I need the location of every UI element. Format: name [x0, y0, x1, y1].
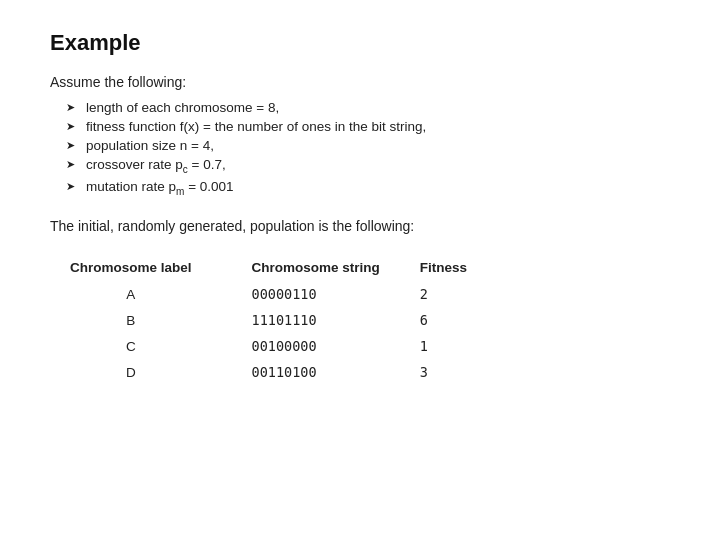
population-table: Chromosome label Chromosome string Fitne…	[70, 254, 507, 385]
col-header-string: Chromosome string	[252, 254, 420, 281]
table-body: A000001102B111011106C001000001D001101003	[70, 281, 507, 385]
table-header-row: Chromosome label Chromosome string Fitne…	[70, 254, 507, 281]
cell-string: 00110100	[252, 359, 420, 385]
cell-label: A	[70, 281, 252, 307]
page-title: Example	[50, 30, 670, 56]
cell-fitness: 2	[420, 281, 507, 307]
cell-label: D	[70, 359, 252, 385]
bullet-item-4: crossover rate pc = 0.7,	[70, 157, 670, 175]
table-container: Chromosome label Chromosome string Fitne…	[50, 254, 670, 385]
cell-label: B	[70, 307, 252, 333]
col-header-fitness: Fitness	[420, 254, 507, 281]
cell-string: 00100000	[252, 333, 420, 359]
cell-string: 11101110	[252, 307, 420, 333]
cell-fitness: 1	[420, 333, 507, 359]
bullet-item-5: mutation rate pm = 0.001	[70, 179, 670, 197]
table-row: C001000001	[70, 333, 507, 359]
cell-fitness: 6	[420, 307, 507, 333]
col-header-label: Chromosome label	[70, 254, 252, 281]
bullet-item-3: population size n = 4,	[70, 138, 670, 153]
bullet-item-1: length of each chromosome = 8,	[70, 100, 670, 115]
bullet-list: length of each chromosome = 8, fitness f…	[50, 100, 670, 196]
bullet-item-2: fitness function f(x) = the number of on…	[70, 119, 670, 134]
table-row: A000001102	[70, 281, 507, 307]
cell-fitness: 3	[420, 359, 507, 385]
assume-label: Assume the following:	[50, 74, 670, 90]
table-row: D001101003	[70, 359, 507, 385]
table-row: B111011106	[70, 307, 507, 333]
cell-label: C	[70, 333, 252, 359]
cell-string: 00000110	[252, 281, 420, 307]
intro-text: The initial, randomly generated, populat…	[50, 218, 670, 234]
